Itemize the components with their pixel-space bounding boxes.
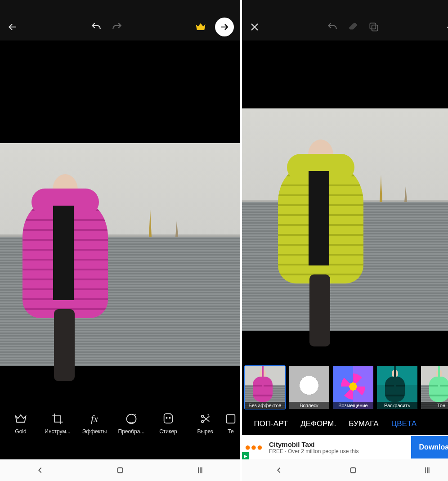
category-tabs: ИЯ ПОП-АРТ ДЕФОРМ. БУМАГА ЦВЕТА	[242, 413, 448, 435]
ad-title: Citymobil Taxi	[269, 441, 407, 448]
blank-area	[0, 441, 240, 459]
nav-home-icon[interactable]	[344, 461, 362, 479]
tool-gold[interactable]: Gold	[3, 412, 39, 435]
ad-badge-icon: ▶	[242, 452, 249, 459]
status-bar	[0, 0, 240, 13]
scissors-icon	[198, 412, 212, 426]
layers-icon[interactable]	[367, 21, 380, 33]
tool-sticker[interactable]: Стикер	[150, 412, 186, 435]
check-icon[interactable]	[445, 21, 448, 33]
cat-paper[interactable]: БУМАГА	[349, 419, 378, 428]
tool-beautify[interactable]: Преобра...	[113, 412, 149, 435]
canvas-area[interactable]	[0, 40, 240, 405]
tool-label: Инструм...	[45, 428, 70, 435]
nav-home-icon[interactable]	[111, 461, 129, 479]
tool-effects[interactable]: fx Эффекты	[76, 412, 112, 435]
undo-icon[interactable]	[90, 21, 103, 33]
back-arrow-icon[interactable]	[6, 21, 19, 33]
effect-colorize[interactable]: Раскрасить	[377, 366, 417, 409]
system-navbar	[0, 459, 240, 481]
thumb-label: Без эффектов	[245, 402, 285, 409]
thumb-label: Всплеск	[289, 402, 329, 409]
text-icon	[224, 412, 237, 426]
tool-label: Вырез	[197, 428, 213, 435]
svg-rect-9	[350, 468, 355, 473]
forward-button[interactable]	[215, 18, 234, 36]
edited-photo	[0, 143, 240, 366]
nav-recents-icon[interactable]	[418, 461, 436, 479]
top-toolbar	[0, 13, 240, 40]
ad-subtitle: FREE · Over 2 million people use this	[269, 448, 407, 454]
tool-label: Эффекты	[82, 428, 107, 435]
edited-photo	[242, 108, 448, 331]
tool-label: Преобра...	[118, 428, 145, 435]
cat-deform[interactable]: ДЕФОРМ.	[300, 419, 336, 428]
status-bar	[242, 0, 448, 13]
svg-rect-7	[370, 23, 376, 29]
svg-point-1	[166, 418, 167, 418]
tool-label: Стикер	[159, 428, 177, 435]
top-toolbar	[242, 13, 448, 40]
svg-point-3	[202, 421, 204, 423]
ad-download-button[interactable]: Download	[411, 436, 448, 459]
cat-colors[interactable]: ЦВЕТА	[391, 419, 417, 428]
effect-thumbnails: Без эффектов Всплеск Возмещение Раскраси…	[242, 363, 448, 413]
thumb-label: Раскрасить	[377, 402, 417, 409]
screen-editor-effects: Без эффектов Всплеск Возмещение Раскраси…	[242, 0, 448, 481]
svg-point-0	[127, 414, 136, 424]
redo-icon[interactable]	[111, 21, 123, 33]
svg-point-4	[202, 415, 204, 418]
effect-none[interactable]: Без эффектов	[245, 366, 285, 409]
effect-tone[interactable]: Тон	[421, 366, 448, 409]
tool-cutout[interactable]: Вырез	[187, 412, 223, 435]
tool-text[interactable]: Те	[224, 412, 237, 435]
tool-tools[interactable]: Инструм...	[40, 412, 76, 435]
tool-label: Те	[228, 428, 233, 435]
tool-label: Gold	[15, 428, 26, 435]
effect-replace[interactable]: Возмещение	[333, 366, 373, 409]
nav-back-icon[interactable]	[270, 461, 288, 479]
crown-icon[interactable]	[194, 21, 207, 33]
svg-rect-8	[372, 25, 378, 31]
system-navbar	[242, 459, 448, 481]
thumb-label: Возмещение	[333, 402, 373, 409]
nav-recents-icon[interactable]	[191, 461, 209, 479]
svg-rect-6	[118, 468, 123, 473]
svg-rect-5	[227, 415, 235, 423]
undo-icon[interactable]	[326, 21, 339, 33]
fx-icon: fx	[88, 412, 101, 426]
canvas-area[interactable]	[242, 40, 448, 363]
thumb-label: Тон	[421, 402, 448, 409]
eraser-icon[interactable]	[347, 21, 359, 33]
crop-icon	[51, 412, 64, 426]
ad-banner[interactable]: ▶ ●●● Citymobil Taxi FREE · Over 2 milli…	[242, 435, 448, 459]
svg-point-2	[169, 418, 170, 418]
effect-splash[interactable]: Всплеск	[289, 366, 329, 409]
face-icon	[125, 412, 138, 426]
close-icon[interactable]	[248, 21, 261, 33]
crown-outline-icon	[14, 412, 27, 426]
nav-back-icon[interactable]	[31, 461, 49, 479]
bottom-toolrow: Gold Инструм... fx Эффекты Преобра... Ст…	[0, 405, 240, 441]
screen-editor-main: Gold Инструм... fx Эффекты Преобра... Ст…	[0, 0, 240, 481]
cat-popart[interactable]: ПОП-АРТ	[254, 419, 288, 428]
sticker-icon	[161, 412, 175, 426]
